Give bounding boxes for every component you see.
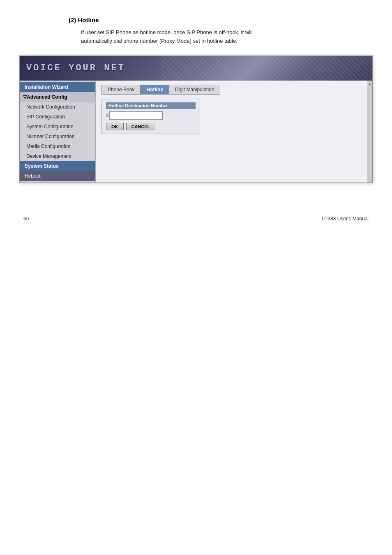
page-content: (2) Hotline If user set SIP Phone as hot… bbox=[19, 0, 373, 246]
browser-window: VOICE YOUR NET Installation Wizard ▽Adva… bbox=[19, 56, 373, 183]
sidebar-item-sip-configuration[interactable]: SIP Configuration bbox=[20, 112, 95, 122]
sidebar-item-network-configuration[interactable]: Network Configuration bbox=[20, 102, 95, 112]
manual-title: LP388 User's Manual bbox=[322, 216, 369, 222]
hotline-form-section: Hotline Destination Number x OK CANCEL bbox=[101, 99, 200, 134]
section-title: (2) Hotline bbox=[69, 16, 373, 23]
ok-button[interactable]: OK bbox=[106, 123, 124, 130]
tab-hotline[interactable]: Hotline bbox=[140, 85, 169, 95]
page-footer: 66 LP388 User's Manual bbox=[19, 216, 373, 222]
sidebar-item-installation-wizard[interactable]: Installation Wizard bbox=[20, 82, 95, 92]
cancel-button[interactable]: CANCEL bbox=[126, 123, 156, 130]
tab-digit-manipulation[interactable]: Digit Manipulation bbox=[169, 85, 220, 95]
tab-phone-book[interactable]: Phone Book bbox=[101, 85, 140, 95]
form-buttons: OK CANCEL bbox=[106, 123, 196, 130]
section-description: If user set SIP Phone as hotline mode, o… bbox=[81, 28, 311, 46]
sidebar-item-number-configuration[interactable]: Number Configuration bbox=[20, 132, 95, 141]
form-input-row: x bbox=[106, 111, 196, 120]
input-prefix: x bbox=[106, 113, 108, 118]
banner-logo: VOICE YOUR NET bbox=[26, 63, 125, 73]
sidebar-item-system-status[interactable]: System Status bbox=[20, 161, 95, 171]
sidebar-item-device-management[interactable]: Device Management bbox=[20, 151, 95, 161]
hotline-destination-input[interactable] bbox=[109, 111, 163, 120]
sidebar-item-media-configuration[interactable]: Media Configuration bbox=[20, 141, 95, 151]
main-layout: Installation Wizard ▽Advanced Config Net… bbox=[20, 81, 372, 183]
sidebar-item-advanced-config[interactable]: ▽Advanced Config bbox=[20, 92, 95, 102]
sidebar-item-reboot[interactable]: Reboot bbox=[20, 171, 95, 181]
desc-line2: automatically dial phone number (Proxy M… bbox=[81, 38, 238, 44]
sidebar: Installation Wizard ▽Advanced Config Net… bbox=[20, 81, 96, 183]
content-area: Phone Book Hotline Digit Manipulation Ho… bbox=[96, 81, 367, 183]
desc-line1: If user set SIP Phone as hotline mode, o… bbox=[81, 29, 253, 35]
sidebar-item-system-configuration[interactable]: System Configuration bbox=[20, 122, 95, 132]
banner-header: VOICE YOUR NET bbox=[20, 56, 372, 81]
tabs-row: Phone Book Hotline Digit Manipulation bbox=[101, 85, 362, 95]
scroll-up-arrow[interactable]: ▲ bbox=[368, 81, 371, 87]
form-section-label: Hotline Destination Number bbox=[106, 102, 196, 109]
banner-decoration bbox=[161, 56, 372, 81]
scrollbar[interactable]: ▲ bbox=[367, 81, 372, 183]
page-number: 66 bbox=[23, 216, 29, 222]
